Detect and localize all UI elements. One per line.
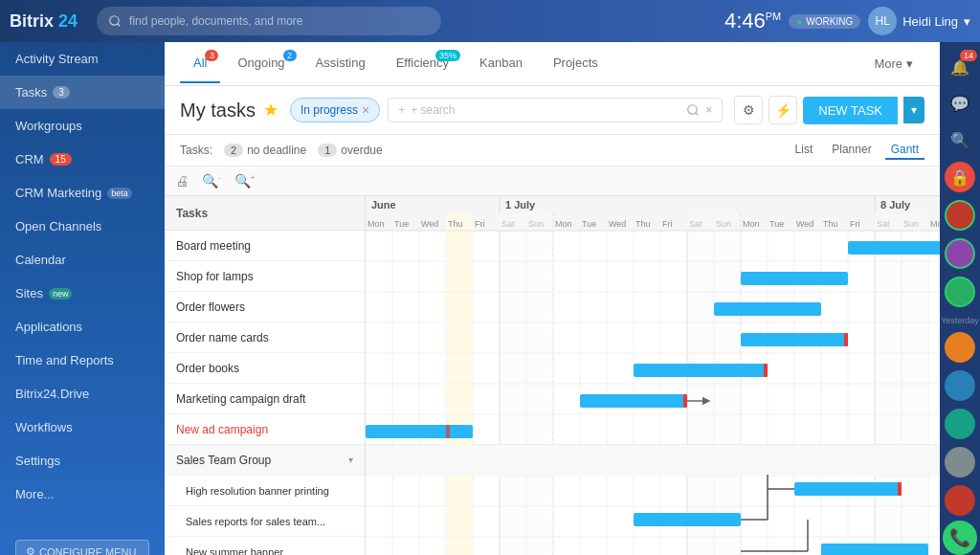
svg-rect-88 bbox=[580, 394, 687, 408]
svg-text:Sun: Sun bbox=[903, 219, 919, 229]
svg-text:1 July: 1 July bbox=[505, 199, 536, 211]
online-avatar-3[interactable] bbox=[945, 277, 975, 307]
search-icon bbox=[108, 14, 122, 28]
planner-view-button[interactable]: Planner bbox=[826, 141, 877, 160]
crm-badge: 15 bbox=[50, 153, 72, 166]
notifications-button[interactable]: 🔔 14 bbox=[943, 50, 977, 84]
sidebar-item-time-reports[interactable]: Time and Reports bbox=[0, 344, 165, 377]
task-row[interactable]: Board meeting bbox=[165, 231, 365, 261]
svg-rect-84 bbox=[741, 333, 848, 346]
zoom-in-icon[interactable]: 🔍+ bbox=[232, 170, 258, 191]
configure-menu-button[interactable]: ⚙ CONFIGURE MENU bbox=[15, 540, 149, 555]
search-button[interactable]: 🔍 bbox=[943, 122, 977, 157]
sidebar-item-label: Activity Stream bbox=[15, 52, 99, 66]
in-progress-filter[interactable]: In progress × bbox=[290, 98, 380, 122]
page-title: My tasks ★ bbox=[180, 100, 278, 122]
sidebar-item-label: Sites bbox=[15, 286, 43, 300]
task-row[interactable]: Order name cards bbox=[165, 322, 365, 353]
tab-assisting[interactable]: Assisting bbox=[302, 44, 379, 83]
svg-text:Mon: Mon bbox=[368, 219, 385, 229]
task-row[interactable]: Order flowers bbox=[165, 292, 365, 322]
sidebar-item-label: More... bbox=[15, 487, 54, 501]
remove-filter-icon[interactable]: × bbox=[362, 102, 369, 118]
lock-button[interactable]: 🔒 bbox=[945, 162, 975, 192]
user-menu[interactable]: HL Heidi Ling ▾ bbox=[868, 7, 970, 35]
print-icon[interactable]: 🖨 bbox=[172, 170, 191, 191]
clear-search-icon[interactable]: × bbox=[705, 103, 712, 117]
sidebar-item-workflows[interactable]: Workflows bbox=[0, 411, 165, 444]
main-layout: Activity Stream Tasks 3 Workgroups CRM 1… bbox=[0, 42, 980, 555]
sidebar-item-label: Calendar bbox=[15, 253, 66, 267]
svg-point-0 bbox=[110, 16, 119, 25]
lightning-icon-button[interactable]: ⚡ bbox=[768, 96, 797, 124]
avatar-4[interactable] bbox=[945, 332, 975, 363]
sidebar-item-workgroups[interactable]: Workgroups bbox=[0, 109, 165, 143]
svg-rect-87 bbox=[764, 364, 768, 377]
header-actions: ⚙ ⚡ NEW TASK ▾ bbox=[734, 96, 924, 124]
sidebar-item-crm-marketing[interactable]: CRM Marketing beta bbox=[0, 176, 165, 210]
working-status[interactable]: ● WORKING bbox=[789, 14, 860, 29]
online-avatar-2[interactable] bbox=[945, 238, 975, 269]
tab-all[interactable]: All 3 bbox=[180, 44, 220, 83]
sidebar-item-label: Workflows bbox=[15, 420, 73, 434]
yesterday-label: Yesterday bbox=[941, 316, 979, 325]
svg-rect-93 bbox=[366, 445, 940, 476]
task-row-new-ad[interactable]: New ad campaign bbox=[165, 414, 365, 445]
settings-icon-button[interactable]: ⚙ bbox=[734, 96, 763, 124]
search-input[interactable] bbox=[129, 14, 430, 28]
svg-text:Thu: Thu bbox=[635, 219, 651, 229]
svg-rect-89 bbox=[683, 394, 687, 408]
gantt-view-button[interactable]: Gantt bbox=[885, 141, 924, 160]
task-row[interactable]: New summer banner bbox=[165, 537, 365, 555]
tab-ongoing[interactable]: Ongoing 2 bbox=[224, 44, 298, 83]
svg-text:Sun: Sun bbox=[716, 219, 731, 229]
sidebar-item-open-channels[interactable]: Open Channels bbox=[0, 210, 165, 243]
tab-efficiency[interactable]: Efficiency 35% bbox=[383, 44, 462, 83]
sidebar-item-sites[interactable]: Sites new bbox=[0, 277, 165, 310]
task-row[interactable]: Sales reports for sales team... bbox=[165, 506, 365, 537]
tab-projects[interactable]: Projects bbox=[540, 44, 612, 83]
task-group-sales-team[interactable]: Sales Team Group ▾ bbox=[165, 445, 365, 476]
svg-text:Mon: Mon bbox=[555, 219, 572, 229]
sidebar-item-tasks[interactable]: Tasks 3 bbox=[0, 76, 165, 109]
favorite-star-icon[interactable]: ★ bbox=[263, 100, 278, 121]
sidebar-item-drive[interactable]: Bitrix24.Drive bbox=[0, 377, 165, 411]
avatar-8[interactable] bbox=[945, 485, 975, 516]
new-task-button[interactable]: NEW TASK bbox=[803, 97, 898, 124]
svg-text:June: June bbox=[371, 199, 396, 211]
gantt-toolbar: 🖨 🔍- 🔍+ bbox=[165, 166, 940, 196]
tabs-more-button[interactable]: More ▾ bbox=[862, 49, 924, 78]
svg-text:8 July: 8 July bbox=[880, 199, 911, 211]
phone-button[interactable]: 📞 bbox=[943, 521, 977, 555]
sidebar-item-more[interactable]: More... bbox=[0, 477, 165, 511]
task-row[interactable]: Shop for lamps bbox=[165, 261, 365, 292]
global-search[interactable] bbox=[97, 7, 441, 35]
svg-text:Fri: Fri bbox=[475, 219, 485, 229]
svg-rect-5 bbox=[366, 196, 940, 213]
chat-button[interactable]: 💬 bbox=[943, 86, 977, 121]
top-nav: Bitrix 24 4:46PM ● WORKING HL Heidi Ling… bbox=[0, 0, 980, 42]
task-row[interactable]: High resolution banner printing bbox=[165, 476, 365, 506]
svg-rect-95 bbox=[898, 482, 902, 496]
list-view-button[interactable]: List bbox=[790, 141, 819, 160]
task-row[interactable]: Marketing campaign draft bbox=[165, 384, 365, 414]
avatar-6[interactable] bbox=[945, 409, 975, 439]
sidebar-item-crm[interactable]: CRM 15 bbox=[0, 143, 165, 176]
sidebar-item-calendar[interactable]: Calendar bbox=[0, 243, 165, 277]
app-logo[interactable]: Bitrix 24 bbox=[10, 11, 78, 32]
online-avatar-1[interactable] bbox=[945, 200, 975, 231]
tab-kanban[interactable]: Kanban bbox=[466, 44, 536, 83]
zoom-out-icon[interactable]: 🔍- bbox=[199, 170, 224, 191]
avatar-7[interactable] bbox=[945, 447, 975, 477]
sidebar-item-settings[interactable]: Settings bbox=[0, 444, 165, 477]
expand-icon[interactable]: ▾ bbox=[348, 455, 353, 465]
sidebar-item-label: Bitrix24.Drive bbox=[15, 387, 89, 401]
task-row[interactable]: Order books bbox=[165, 353, 365, 384]
sidebar-item-applications[interactable]: Applications bbox=[0, 310, 165, 344]
task-search[interactable]: + + search × bbox=[388, 98, 723, 122]
sidebar-item-activity[interactable]: Activity Stream bbox=[0, 42, 165, 76]
new-task-dropdown-button[interactable]: ▾ bbox=[903, 97, 924, 123]
no-deadline-stat: 2 no deadline bbox=[224, 144, 306, 157]
avatar-5[interactable] bbox=[945, 370, 975, 401]
task-stats: Tasks: 2 no deadline 1 overdue bbox=[180, 144, 383, 157]
